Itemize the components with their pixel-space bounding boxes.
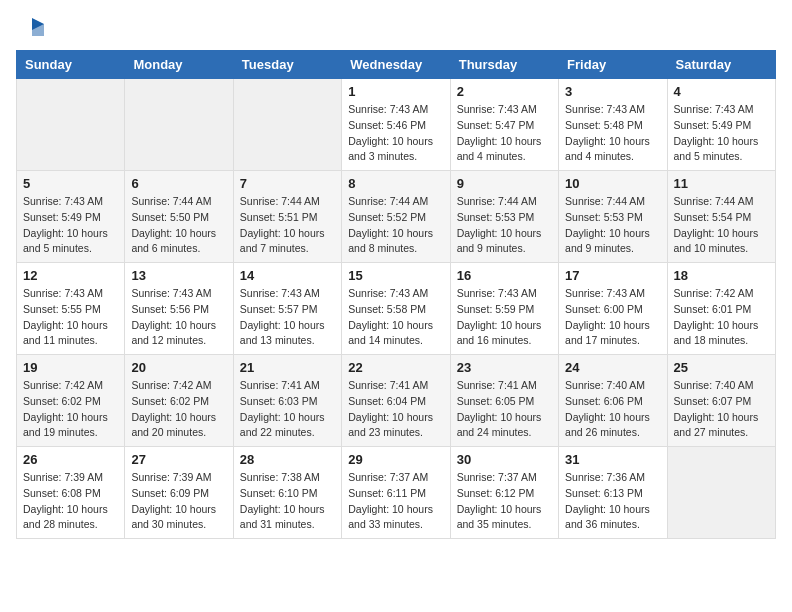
day-number: 19 xyxy=(23,360,118,375)
calendar-cell xyxy=(125,79,233,171)
calendar-week-2: 5Sunrise: 7:43 AM Sunset: 5:49 PM Daylig… xyxy=(17,171,776,263)
day-info: Sunrise: 7:43 AM Sunset: 5:46 PM Dayligh… xyxy=(348,102,443,165)
calendar-week-5: 26Sunrise: 7:39 AM Sunset: 6:08 PM Dayli… xyxy=(17,447,776,539)
calendar-cell: 14Sunrise: 7:43 AM Sunset: 5:57 PM Dayli… xyxy=(233,263,341,355)
day-number: 21 xyxy=(240,360,335,375)
calendar-cell xyxy=(667,447,775,539)
day-number: 6 xyxy=(131,176,226,191)
day-number: 2 xyxy=(457,84,552,99)
page-header xyxy=(16,16,776,38)
day-number: 31 xyxy=(565,452,660,467)
calendar-cell: 18Sunrise: 7:42 AM Sunset: 6:01 PM Dayli… xyxy=(667,263,775,355)
calendar-cell xyxy=(17,79,125,171)
logo xyxy=(16,16,46,38)
calendar-cell: 11Sunrise: 7:44 AM Sunset: 5:54 PM Dayli… xyxy=(667,171,775,263)
calendar-cell: 1Sunrise: 7:43 AM Sunset: 5:46 PM Daylig… xyxy=(342,79,450,171)
day-info: Sunrise: 7:43 AM Sunset: 5:57 PM Dayligh… xyxy=(240,286,335,349)
calendar-cell: 10Sunrise: 7:44 AM Sunset: 5:53 PM Dayli… xyxy=(559,171,667,263)
day-number: 30 xyxy=(457,452,552,467)
calendar-cell: 9Sunrise: 7:44 AM Sunset: 5:53 PM Daylig… xyxy=(450,171,558,263)
calendar-cell: 22Sunrise: 7:41 AM Sunset: 6:04 PM Dayli… xyxy=(342,355,450,447)
weekday-header-sunday: Sunday xyxy=(17,51,125,79)
day-info: Sunrise: 7:43 AM Sunset: 5:59 PM Dayligh… xyxy=(457,286,552,349)
day-number: 14 xyxy=(240,268,335,283)
weekday-header-row: SundayMondayTuesdayWednesdayThursdayFrid… xyxy=(17,51,776,79)
day-number: 1 xyxy=(348,84,443,99)
calendar-table: SundayMondayTuesdayWednesdayThursdayFrid… xyxy=(16,50,776,539)
day-number: 29 xyxy=(348,452,443,467)
calendar-cell: 29Sunrise: 7:37 AM Sunset: 6:11 PM Dayli… xyxy=(342,447,450,539)
weekday-header-thursday: Thursday xyxy=(450,51,558,79)
day-number: 4 xyxy=(674,84,769,99)
calendar-cell: 23Sunrise: 7:41 AM Sunset: 6:05 PM Dayli… xyxy=(450,355,558,447)
calendar-cell: 6Sunrise: 7:44 AM Sunset: 5:50 PM Daylig… xyxy=(125,171,233,263)
day-number: 20 xyxy=(131,360,226,375)
calendar-cell: 5Sunrise: 7:43 AM Sunset: 5:49 PM Daylig… xyxy=(17,171,125,263)
day-info: Sunrise: 7:43 AM Sunset: 5:56 PM Dayligh… xyxy=(131,286,226,349)
day-number: 28 xyxy=(240,452,335,467)
logo-flag-icon xyxy=(18,16,46,44)
day-info: Sunrise: 7:41 AM Sunset: 6:05 PM Dayligh… xyxy=(457,378,552,441)
day-info: Sunrise: 7:39 AM Sunset: 6:09 PM Dayligh… xyxy=(131,470,226,533)
day-number: 7 xyxy=(240,176,335,191)
day-number: 5 xyxy=(23,176,118,191)
day-number: 23 xyxy=(457,360,552,375)
calendar-week-3: 12Sunrise: 7:43 AM Sunset: 5:55 PM Dayli… xyxy=(17,263,776,355)
calendar-cell: 25Sunrise: 7:40 AM Sunset: 6:07 PM Dayli… xyxy=(667,355,775,447)
day-info: Sunrise: 7:40 AM Sunset: 6:06 PM Dayligh… xyxy=(565,378,660,441)
day-info: Sunrise: 7:37 AM Sunset: 6:11 PM Dayligh… xyxy=(348,470,443,533)
day-info: Sunrise: 7:42 AM Sunset: 6:01 PM Dayligh… xyxy=(674,286,769,349)
day-info: Sunrise: 7:44 AM Sunset: 5:50 PM Dayligh… xyxy=(131,194,226,257)
day-info: Sunrise: 7:37 AM Sunset: 6:12 PM Dayligh… xyxy=(457,470,552,533)
day-number: 16 xyxy=(457,268,552,283)
day-number: 11 xyxy=(674,176,769,191)
calendar-cell: 24Sunrise: 7:40 AM Sunset: 6:06 PM Dayli… xyxy=(559,355,667,447)
day-number: 17 xyxy=(565,268,660,283)
day-info: Sunrise: 7:39 AM Sunset: 6:08 PM Dayligh… xyxy=(23,470,118,533)
calendar-cell: 21Sunrise: 7:41 AM Sunset: 6:03 PM Dayli… xyxy=(233,355,341,447)
weekday-header-monday: Monday xyxy=(125,51,233,79)
day-info: Sunrise: 7:38 AM Sunset: 6:10 PM Dayligh… xyxy=(240,470,335,533)
calendar-cell: 27Sunrise: 7:39 AM Sunset: 6:09 PM Dayli… xyxy=(125,447,233,539)
calendar-week-1: 1Sunrise: 7:43 AM Sunset: 5:46 PM Daylig… xyxy=(17,79,776,171)
day-info: Sunrise: 7:42 AM Sunset: 6:02 PM Dayligh… xyxy=(23,378,118,441)
day-info: Sunrise: 7:44 AM Sunset: 5:54 PM Dayligh… xyxy=(674,194,769,257)
calendar-cell: 13Sunrise: 7:43 AM Sunset: 5:56 PM Dayli… xyxy=(125,263,233,355)
day-number: 24 xyxy=(565,360,660,375)
day-info: Sunrise: 7:43 AM Sunset: 5:49 PM Dayligh… xyxy=(23,194,118,257)
day-number: 13 xyxy=(131,268,226,283)
day-info: Sunrise: 7:44 AM Sunset: 5:51 PM Dayligh… xyxy=(240,194,335,257)
calendar-cell: 30Sunrise: 7:37 AM Sunset: 6:12 PM Dayli… xyxy=(450,447,558,539)
day-info: Sunrise: 7:41 AM Sunset: 6:03 PM Dayligh… xyxy=(240,378,335,441)
calendar-cell: 20Sunrise: 7:42 AM Sunset: 6:02 PM Dayli… xyxy=(125,355,233,447)
svg-marker-1 xyxy=(32,24,44,36)
weekday-header-saturday: Saturday xyxy=(667,51,775,79)
calendar-cell: 17Sunrise: 7:43 AM Sunset: 6:00 PM Dayli… xyxy=(559,263,667,355)
calendar-week-4: 19Sunrise: 7:42 AM Sunset: 6:02 PM Dayli… xyxy=(17,355,776,447)
day-info: Sunrise: 7:41 AM Sunset: 6:04 PM Dayligh… xyxy=(348,378,443,441)
day-info: Sunrise: 7:40 AM Sunset: 6:07 PM Dayligh… xyxy=(674,378,769,441)
calendar-cell: 15Sunrise: 7:43 AM Sunset: 5:58 PM Dayli… xyxy=(342,263,450,355)
day-info: Sunrise: 7:36 AM Sunset: 6:13 PM Dayligh… xyxy=(565,470,660,533)
calendar-cell xyxy=(233,79,341,171)
day-number: 27 xyxy=(131,452,226,467)
day-info: Sunrise: 7:43 AM Sunset: 5:47 PM Dayligh… xyxy=(457,102,552,165)
day-info: Sunrise: 7:43 AM Sunset: 6:00 PM Dayligh… xyxy=(565,286,660,349)
day-number: 12 xyxy=(23,268,118,283)
weekday-header-wednesday: Wednesday xyxy=(342,51,450,79)
day-number: 22 xyxy=(348,360,443,375)
weekday-header-tuesday: Tuesday xyxy=(233,51,341,79)
day-info: Sunrise: 7:43 AM Sunset: 5:55 PM Dayligh… xyxy=(23,286,118,349)
calendar-cell: 4Sunrise: 7:43 AM Sunset: 5:49 PM Daylig… xyxy=(667,79,775,171)
calendar-cell: 26Sunrise: 7:39 AM Sunset: 6:08 PM Dayli… xyxy=(17,447,125,539)
day-info: Sunrise: 7:43 AM Sunset: 5:49 PM Dayligh… xyxy=(674,102,769,165)
day-info: Sunrise: 7:43 AM Sunset: 5:58 PM Dayligh… xyxy=(348,286,443,349)
day-info: Sunrise: 7:43 AM Sunset: 5:48 PM Dayligh… xyxy=(565,102,660,165)
calendar-cell: 7Sunrise: 7:44 AM Sunset: 5:51 PM Daylig… xyxy=(233,171,341,263)
calendar-cell: 19Sunrise: 7:42 AM Sunset: 6:02 PM Dayli… xyxy=(17,355,125,447)
day-info: Sunrise: 7:44 AM Sunset: 5:53 PM Dayligh… xyxy=(457,194,552,257)
day-info: Sunrise: 7:42 AM Sunset: 6:02 PM Dayligh… xyxy=(131,378,226,441)
calendar-cell: 2Sunrise: 7:43 AM Sunset: 5:47 PM Daylig… xyxy=(450,79,558,171)
day-number: 15 xyxy=(348,268,443,283)
day-number: 9 xyxy=(457,176,552,191)
